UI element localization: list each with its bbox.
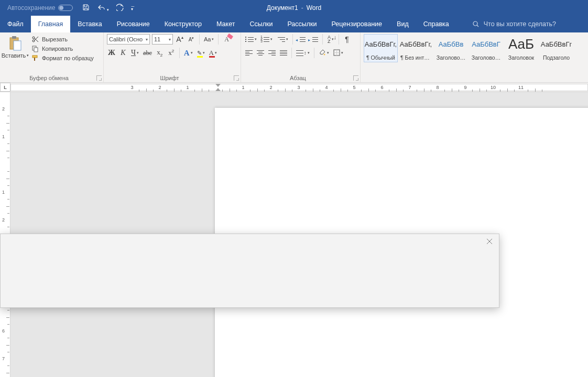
text-effects-icon: A <box>184 49 190 58</box>
copy-button[interactable]: Копировать <box>29 45 96 53</box>
sort-icon: AZ↓ <box>328 35 331 43</box>
save-icon[interactable] <box>82 4 90 13</box>
align-center-icon <box>257 50 264 56</box>
style-item[interactable]: АаБЗаголовок <box>504 34 538 62</box>
popup-close-button[interactable] <box>486 237 495 246</box>
change-case-button[interactable]: Aa <box>203 34 215 45</box>
change-case-label: Aa <box>204 36 211 42</box>
line-spacing-button[interactable]: ↕ <box>295 48 311 58</box>
clipboard-launcher-icon[interactable] <box>96 75 102 81</box>
font-name-value: Calibri (Осно <box>109 36 143 42</box>
copy-icon <box>31 45 39 52</box>
style-name: Заголово… <box>472 54 500 61</box>
sort-button[interactable]: AZ↓ <box>326 34 335 45</box>
group-clipboard: Вставить▾ Вырезать Копировать Формат по … <box>0 32 104 82</box>
tab-view[interactable]: Вид <box>389 16 416 32</box>
qat-customize-icon[interactable]: ─▾ <box>131 5 134 10</box>
close-icon <box>486 238 493 245</box>
bullets-icon <box>245 36 254 42</box>
font-color-button[interactable]: A <box>208 48 218 58</box>
tab-draw[interactable]: Рисование <box>110 16 157 32</box>
tellme-search[interactable]: Что вы хотите сделать? <box>472 16 556 32</box>
group-styles: АаБбВвГг,¶ ОбычныйАаБбВвГг,¶ Без инте…Аа… <box>361 32 588 82</box>
doc-name: Документ1 <box>267 4 298 12</box>
superscript-button[interactable]: x2 <box>167 48 176 58</box>
shading-button[interactable] <box>318 48 330 58</box>
subscript-button[interactable]: x2 <box>155 48 165 58</box>
tab-selector-icon[interactable]: L <box>0 83 10 92</box>
style-item[interactable]: АаБбВвГг,¶ Без инте… <box>399 34 433 62</box>
svg-point-0 <box>473 21 477 26</box>
redo-icon[interactable] <box>116 4 124 13</box>
tab-review[interactable]: Рецензирование <box>324 16 390 32</box>
tab-mailings[interactable]: Рассылки <box>280 16 324 32</box>
align-left-icon <box>245 50 253 56</box>
paste-icon <box>8 36 22 51</box>
autosave-toggle[interactable]: Автосохранение <box>7 4 73 12</box>
style-item[interactable]: АаБбВвГгПодзаголо <box>539 34 573 62</box>
grow-font-button[interactable]: A▴ <box>175 34 184 45</box>
style-item[interactable]: АаБбВвГЗаголово… <box>469 34 503 62</box>
font-size-value: 11 <box>154 36 160 42</box>
app-name: Word <box>307 4 321 12</box>
style-sample: АаБбВвГг, <box>400 36 432 52</box>
clear-formatting-button[interactable]: A <box>222 34 231 45</box>
autosave-label: Автосохранение <box>7 4 55 12</box>
hanging-indent-marker-icon[interactable] <box>215 88 221 91</box>
tab-home[interactable]: Главная <box>31 16 71 32</box>
highlight-icon: ✎ <box>197 50 202 57</box>
align-left-button[interactable] <box>244 48 254 58</box>
font-launcher-icon[interactable] <box>234 75 239 81</box>
align-right-icon <box>268 50 276 56</box>
tab-file[interactable]: Файл <box>0 16 31 32</box>
italic-button[interactable]: К <box>118 48 128 58</box>
underline-button[interactable]: Ч <box>130 48 140 58</box>
style-item[interactable]: АаБбВвГг,¶ Обычный <box>364 34 398 62</box>
ruler-horizontal[interactable]: L 3211234567891011 <box>0 83 588 92</box>
style-name: Подзаголо <box>543 54 570 61</box>
style-sample: АаБбВв <box>439 36 464 52</box>
text-effects-button[interactable]: A <box>183 48 194 58</box>
style-sample: АаБбВвГг, <box>365 36 397 52</box>
align-center-button[interactable] <box>256 48 265 58</box>
popup-panel <box>0 234 499 308</box>
pilcrow-icon: ¶ <box>345 35 349 43</box>
svg-rect-3 <box>14 41 21 50</box>
align-right-button[interactable] <box>267 48 277 58</box>
decrease-indent-button[interactable]: ◂ <box>296 34 307 45</box>
style-item[interactable]: АаБбВвЗаголово… <box>434 34 468 62</box>
font-size-combo[interactable]: 11▾ <box>152 34 173 45</box>
show-paragraph-button[interactable]: ¶ <box>342 34 352 45</box>
justify-button[interactable] <box>279 48 288 58</box>
strikethrough-button[interactable]: abc <box>142 48 153 58</box>
shrink-font-button[interactable]: A▾ <box>187 34 196 45</box>
tab-insert[interactable]: Вставка <box>70 16 109 32</box>
bold-button[interactable]: Ж <box>107 48 116 58</box>
increase-indent-button[interactable]: ▸ <box>309 34 319 45</box>
font-name-combo[interactable]: Calibri (Осно▾ <box>107 34 150 45</box>
borders-button[interactable] <box>332 48 344 58</box>
outdent-icon: ◂ <box>297 36 306 42</box>
copy-label: Копировать <box>42 46 73 52</box>
paste-button[interactable]: Вставить▾ <box>3 34 27 59</box>
eraser-icon: A <box>224 36 229 43</box>
svg-rect-8 <box>32 56 37 58</box>
tab-design[interactable]: Конструктор <box>157 16 209 32</box>
group-font-label: Шрифт <box>104 75 235 81</box>
tab-references[interactable]: Ссылки <box>242 16 280 32</box>
tab-help[interactable]: Справка <box>416 16 456 32</box>
numbering-button[interactable]: 123 <box>260 34 274 45</box>
tellme-placeholder: Что вы хотите сделать? <box>484 20 556 28</box>
undo-icon[interactable]: ▾ <box>97 4 109 13</box>
bullets-button[interactable] <box>244 34 258 45</box>
group-clipboard-label: Буфер обмена <box>0 75 98 81</box>
indent-marker-icon[interactable] <box>215 84 221 87</box>
highlight-button[interactable]: ✎ <box>196 48 206 58</box>
paragraph-launcher-icon[interactable] <box>353 75 358 81</box>
multilevel-icon <box>277 36 285 42</box>
multilevel-list-button[interactable] <box>276 34 289 45</box>
tab-layout[interactable]: Макет <box>209 16 242 32</box>
style-name: Заголовок <box>508 54 534 61</box>
format-painter-button[interactable]: Формат по образцу <box>29 54 96 62</box>
cut-button[interactable]: Вырезать <box>29 35 96 43</box>
